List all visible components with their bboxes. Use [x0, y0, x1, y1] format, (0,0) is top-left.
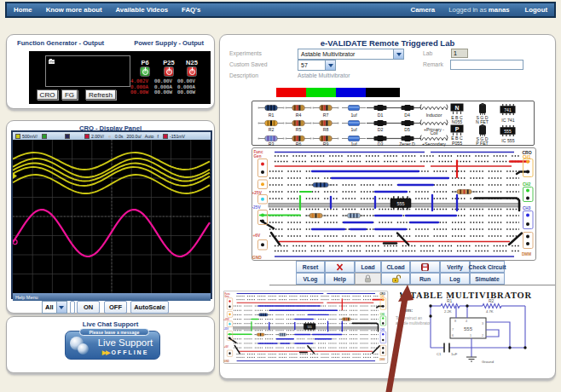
tray-transistor-2[interactable]: P [448, 124, 466, 135]
nav-item-logout[interactable]: Logout [518, 6, 554, 14]
page: { "nav": { "left": [ { "label": "Home" }… [0, 0, 561, 392]
psu-power-button-p6[interactable] [140, 66, 150, 77]
custom-saved-label: Custom Saved [229, 61, 268, 67]
tray-resistor-4[interactable] [285, 104, 312, 112]
tray-resistor-5[interactable] [285, 119, 312, 127]
fg-cro-button[interactable]: CRO [37, 89, 58, 100]
tray-resistor-9-label: R9 [312, 141, 339, 147]
tray-cap-1[interactable] [341, 104, 367, 112]
tray-diode-1[interactable] [366, 104, 395, 112]
run-button[interactable]: Run [410, 273, 440, 285]
check-circuit-button[interactable]: Check Circuit [470, 261, 505, 273]
load-button[interactable]: Load [355, 261, 381, 273]
transistor-mark: P [455, 125, 460, 131]
tray-cap-2[interactable] [341, 119, 367, 127]
reset-button[interactable]: Reset [296, 261, 325, 273]
on-button[interactable]: ON [77, 301, 100, 314]
delete-button[interactable] [325, 261, 355, 273]
capacitor-icon [341, 104, 367, 112]
tray-fet-1[interactable] [476, 103, 489, 115]
experiments-select[interactable]: Astable Multivibrator [298, 49, 404, 60]
fg-fg-button[interactable]: FG [61, 89, 78, 100]
tray-resistor-2[interactable] [257, 119, 285, 127]
tray-resistor-8[interactable] [312, 119, 339, 127]
tray-ic-2-label: IC 555 [496, 138, 520, 143]
tray-transistor-1[interactable]: N [448, 103, 466, 114]
tray-diode-2[interactable] [366, 119, 395, 127]
tray-coil-1[interactable] [419, 103, 449, 112]
schematic-r1: R1 [447, 298, 453, 303]
psu-channel-name: P25 [156, 59, 182, 66]
color-swatch-green[interactable] [306, 88, 336, 97]
scope-status-bar: 500mV/2.00V/☼0.0s200.0u/Autof-151mV [13, 132, 211, 140]
custom-saved-arrow[interactable] [325, 61, 335, 70]
custom-saved-select[interactable]: 57 [298, 60, 336, 71]
save-button[interactable] [410, 261, 440, 273]
custom-saved-value: 57 [298, 61, 325, 70]
log-button[interactable]: Log [440, 273, 470, 285]
lab-field[interactable] [451, 49, 468, 58]
resistor-icon [285, 104, 312, 112]
chevron-down-icon [396, 53, 402, 56]
tray-resistor-8-label: R8 [312, 127, 339, 132]
tray-resistor-1[interactable] [257, 104, 285, 112]
breadboard[interactable]: 555FuncGen+25V-25V+6VGNDCROCH1CH2CH3DMM [252, 147, 536, 261]
help-button[interactable]: Help [325, 273, 355, 285]
nav-item-faqs[interactable]: FAQ's [175, 6, 207, 14]
schematic-p2: 2 [482, 334, 483, 337]
autoscale-button[interactable]: AutoScale [130, 301, 169, 314]
nav-item-camera[interactable]: Camera [404, 6, 442, 14]
tray-ic-2[interactable]: 555 [498, 125, 518, 136]
tray-coil-2[interactable] [419, 118, 449, 127]
tray-cap-2-label: 1uf [341, 127, 367, 132]
fet-icon [476, 103, 489, 115]
scope-help-bar[interactable]: Help Menu [13, 293, 211, 301]
capacitor-icon [341, 119, 367, 127]
schematic-r1-val: 2.2K [444, 309, 452, 314]
color-swatch-red[interactable] [276, 88, 306, 97]
status-delay: 0.0s [113, 134, 125, 139]
transistor-icon: N [448, 103, 466, 114]
status-timebase: 200.0u/ [124, 134, 142, 139]
aim-line2: astable multivibrator [396, 321, 431, 326]
component-tray: R1R2R3R4R5R6R7R8R91uf1uf1ufD1D2D3D4D5Zen… [252, 101, 535, 146]
cload-button[interactable]: CLoad [381, 261, 410, 273]
psu-channel-name: N25 [179, 59, 205, 66]
logged-in-user: manas [489, 6, 518, 14]
nav-item-available-videos[interactable]: Available Videos [109, 6, 176, 14]
channel-select-arrow[interactable] [56, 302, 67, 313]
verify-button[interactable]: Verify [440, 261, 470, 273]
lock-button[interactable] [355, 273, 381, 285]
status-trig-level: -151mV [168, 134, 187, 139]
tray-diode-3-label: D3 [366, 141, 395, 147]
fg-refresh-button[interactable]: Refresh [85, 89, 116, 100]
nav-item-know-more-about[interactable]: Know more about [39, 6, 109, 14]
off-button[interactable]: OFF [104, 301, 127, 314]
vlog-button[interactable]: VLog [296, 273, 325, 285]
color-swatch-blue[interactable] [336, 88, 366, 97]
psu-power-button-p25[interactable] [164, 66, 174, 77]
lab-label: Lab [423, 50, 432, 56]
tray-diode-4[interactable] [393, 104, 422, 112]
channel-select[interactable]: All [42, 301, 67, 314]
psu-power-button-n25[interactable] [187, 66, 197, 77]
tray-ic-1[interactable]: 741 [498, 104, 518, 115]
schematic-r2-val: 4.7K [486, 309, 494, 314]
experiments-arrow[interactable] [393, 49, 403, 59]
remark-field[interactable] [450, 60, 523, 70]
tray-diode-5[interactable] [393, 119, 422, 127]
nav-item-home[interactable]: Home [7, 6, 39, 14]
tray-resistor-5-label: R5 [285, 127, 312, 132]
schematic-p3: 3 [482, 322, 483, 326]
unlock-button[interactable] [381, 273, 410, 285]
tray-fet-2[interactable] [476, 124, 489, 136]
tray-resistor-7[interactable] [312, 104, 339, 112]
screen-corner-icon [49, 59, 55, 65]
color-swatch-black[interactable] [366, 88, 400, 97]
simulate-button[interactable]: Simulate [470, 273, 505, 285]
schematic-c1: C1 [437, 352, 442, 356]
live-support-badge[interactable]: Please leave a message Live Support ▶▶OF… [65, 331, 160, 360]
delete-x-icon [336, 263, 344, 271]
channel-indicator [70, 301, 75, 314]
resistor-icon [285, 119, 312, 127]
